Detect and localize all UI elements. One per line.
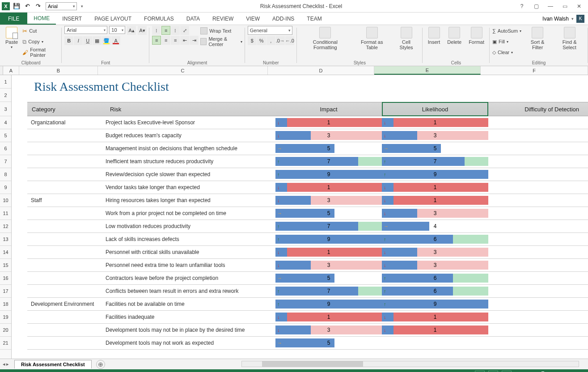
table-row[interactable]: Work from a prior project not be complet… bbox=[27, 207, 588, 220]
table-row[interactable]: Personnel need extra time to learn unfam… bbox=[27, 259, 588, 272]
decrease-decimal-icon[interactable]: ←.0 bbox=[285, 36, 294, 45]
tab-data[interactable]: DATA bbox=[180, 13, 206, 25]
cell-impact[interactable]: →5 bbox=[275, 338, 382, 347]
table-row[interactable]: Management insist on decisions that leng… bbox=[27, 142, 588, 155]
increase-decimal-icon[interactable]: .0→ bbox=[276, 36, 285, 45]
cell-impact[interactable]: ↓1 bbox=[275, 118, 382, 127]
cell-category[interactable]: Staff bbox=[27, 197, 106, 203]
paste-button[interactable]: Paste▾ bbox=[3, 26, 21, 51]
cell-likelihood[interactable]: ↓1 bbox=[382, 326, 488, 334]
cell-risk[interactable]: Inefficient team structure reduces produ… bbox=[106, 158, 275, 165]
font-size-combo[interactable]: 10 bbox=[109, 26, 125, 34]
align-middle-icon[interactable]: ≡ bbox=[161, 26, 170, 35]
sheet-tab-active[interactable]: Risk Assessment Checklist bbox=[14, 360, 92, 368]
tab-team[interactable]: TEAM bbox=[300, 13, 328, 25]
tab-page-layout[interactable]: PAGE LAYOUT bbox=[88, 13, 138, 25]
cell-impact[interactable]: ↑9 bbox=[275, 235, 382, 244]
cell-likelihood[interactable]: ↓1 bbox=[382, 313, 488, 321]
delete-cells-button[interactable]: Delete bbox=[444, 26, 464, 46]
row-header-17[interactable]: 17 bbox=[0, 285, 11, 298]
column-header-A[interactable]: A bbox=[3, 66, 19, 75]
row-header-15[interactable]: 15 bbox=[0, 259, 11, 272]
row-header-12[interactable]: 12 bbox=[0, 220, 11, 233]
cell-risk[interactable]: Development tools may not be in place by… bbox=[106, 327, 275, 333]
qat-customize-icon[interactable]: ▾ bbox=[77, 1, 87, 11]
cell-impact[interactable]: →5 bbox=[275, 209, 382, 218]
cell-impact[interactable]: ↑7 bbox=[275, 287, 382, 296]
table-row[interactable]: Review/decision cycle slower than expect… bbox=[27, 168, 588, 181]
border-button[interactable]: ▦ bbox=[93, 36, 102, 45]
cell-impact[interactable]: →5 bbox=[275, 274, 382, 283]
cell-likelihood[interactable]: ↓1 bbox=[382, 118, 488, 127]
column-header-E[interactable]: E bbox=[374, 66, 481, 75]
cell-impact[interactable]: ↓1 bbox=[275, 248, 382, 257]
row-header-10[interactable]: 10 bbox=[0, 194, 11, 207]
font-color-button[interactable]: A bbox=[111, 36, 120, 45]
table-row[interactable]: Vendor tasks take longer than expected↓1… bbox=[27, 181, 588, 194]
conditional-formatting-button[interactable]: Conditional Formatting bbox=[300, 26, 351, 51]
sheet-nav-first-icon[interactable]: ◂ bbox=[3, 361, 5, 367]
cell-impact[interactable]: ↑9 bbox=[275, 170, 382, 179]
cell-risk[interactable]: Contractors leave before the project com… bbox=[106, 275, 275, 281]
row-header-20[interactable]: 20 bbox=[0, 324, 11, 337]
autosum-button[interactable]: ∑AutoSum▾ bbox=[492, 26, 521, 36]
cell-impact[interactable]: ↓1 bbox=[275, 183, 382, 192]
tab-view[interactable]: VIEW bbox=[240, 13, 266, 25]
column-header-F[interactable]: F bbox=[481, 66, 588, 75]
table-row[interactable]: Development tools may not be in place by… bbox=[27, 324, 588, 337]
sheet-nav-last-icon[interactable]: ▸ bbox=[6, 361, 9, 367]
cell-impact[interactable]: ↓1 bbox=[275, 313, 382, 321]
row-header-7[interactable]: 7 bbox=[0, 155, 11, 168]
table-row[interactable]: Conflicts between team result in errors … bbox=[27, 285, 588, 298]
italic-button[interactable]: I bbox=[74, 36, 83, 45]
comma-icon[interactable]: , bbox=[267, 36, 275, 45]
cell-risk[interactable]: Conflicts between team result in errors … bbox=[106, 288, 275, 294]
table-row[interactable]: Budget reduces team's capacity↓3↓3 bbox=[27, 129, 588, 142]
wrap-text-button[interactable]: Wrap Text bbox=[200, 26, 242, 36]
decrease-indent-icon[interactable]: ⇤ bbox=[180, 36, 189, 45]
hscroll-thumb[interactable] bbox=[262, 361, 363, 367]
cell-likelihood[interactable]: ↓1 bbox=[382, 196, 488, 205]
orientation-icon[interactable]: ⤢ bbox=[180, 26, 189, 35]
align-left-icon[interactable]: ≡ bbox=[152, 36, 161, 45]
decrease-font-icon[interactable]: A▾ bbox=[138, 26, 147, 35]
cell-impact[interactable]: ↓3 bbox=[275, 196, 382, 205]
row-header-9[interactable]: 9 bbox=[0, 181, 11, 194]
cell-risk[interactable]: Review/decision cycle slower than expect… bbox=[106, 171, 275, 178]
row-header-21[interactable]: 21 bbox=[0, 337, 11, 350]
column-header-C[interactable]: C bbox=[98, 66, 268, 75]
column-header-B[interactable]: B bbox=[19, 66, 98, 75]
select-all-button[interactable] bbox=[0, 66, 3, 75]
cell-impact[interactable]: ↓3 bbox=[275, 131, 382, 140]
row-header-3[interactable]: 3 bbox=[0, 102, 11, 116]
table-row[interactable]: OrganizationalProject lacks Executive-le… bbox=[27, 116, 588, 129]
row-header-4[interactable]: 4 bbox=[0, 116, 11, 129]
tab-home[interactable]: HOME bbox=[27, 13, 56, 25]
row-header-19[interactable]: 19 bbox=[0, 311, 11, 324]
cell-impact[interactable]: ↑7 bbox=[275, 222, 382, 231]
cell-likelihood[interactable] bbox=[382, 338, 488, 347]
cell-likelihood[interactable]: ↑9 bbox=[382, 300, 488, 309]
align-top-icon[interactable]: ⫶ bbox=[152, 26, 161, 35]
increase-font-icon[interactable]: A▴ bbox=[127, 26, 136, 35]
row-header-1[interactable]: 1 bbox=[0, 75, 11, 89]
cell-risk[interactable]: Facilities inadequate bbox=[106, 314, 275, 320]
cut-button[interactable]: ✂Cut bbox=[22, 26, 59, 36]
cell-impact[interactable]: ↓3 bbox=[275, 326, 382, 334]
cell-likelihood[interactable]: ↑6 bbox=[382, 287, 488, 296]
currency-icon[interactable]: $ bbox=[248, 36, 257, 45]
format-as-table-button[interactable]: Format as Table bbox=[353, 26, 391, 51]
save-icon[interactable]: 💾 bbox=[12, 1, 21, 11]
tab-insert[interactable]: INSERT bbox=[56, 13, 88, 25]
cell-likelihood[interactable]: ↓3 bbox=[382, 248, 488, 257]
worksheet-grid[interactable]: 1 2 3 456789101112131415161718192021 Ris… bbox=[0, 75, 588, 359]
cell-risk[interactable]: Work from a prior project not be complet… bbox=[106, 210, 275, 216]
find-select-button[interactable]: Find & Select bbox=[554, 26, 585, 51]
cell-risk[interactable]: Facilities not be available on time bbox=[106, 301, 275, 307]
cell-styles-button[interactable]: Cell Styles bbox=[393, 26, 419, 51]
new-sheet-button[interactable]: ⊕ bbox=[96, 360, 105, 369]
cell-likelihood[interactable]: →5 bbox=[382, 144, 488, 153]
insert-cells-button[interactable]: Insert bbox=[425, 26, 443, 46]
row-header-2[interactable]: 2 bbox=[0, 89, 11, 102]
copy-button[interactable]: ⧉Copy▾ bbox=[22, 37, 59, 46]
